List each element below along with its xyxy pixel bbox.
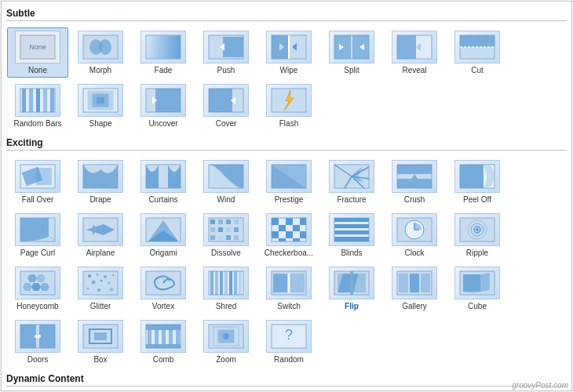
svg-rect-7 (223, 37, 243, 57)
transition-wipe[interactable]: Wipe (258, 27, 319, 78)
transition-peel-off[interactable]: Peel Off (447, 157, 508, 207)
transition-fall-over[interactable]: Fall Over (7, 157, 68, 207)
transitions-panel: Subtle None None Morph Fade (1, 1, 572, 391)
cover-icon (203, 84, 249, 117)
transition-crush[interactable]: Crush (384, 157, 445, 207)
cut-label: Cut (449, 66, 505, 74)
svg-rect-36 (155, 89, 181, 112)
transition-fade[interactable]: Fade (133, 27, 194, 78)
transition-comb[interactable]: Comb (133, 317, 194, 367)
random-bars-label: Random Bars (9, 119, 66, 128)
transition-origami[interactable]: Origami (133, 210, 194, 260)
svg-marker-138 (350, 271, 353, 295)
transition-push[interactable]: Push (195, 27, 257, 78)
transition-box[interactable]: Box (70, 317, 131, 367)
transition-gallery[interactable]: Gallery (384, 263, 445, 314)
svg-rect-126 (220, 271, 223, 295)
transition-shred[interactable]: Shred (195, 263, 257, 314)
svg-rect-132 (273, 274, 287, 292)
transition-vortex[interactable]: Vortex (133, 263, 194, 314)
svg-rect-124 (210, 271, 214, 295)
svg-point-4 (99, 39, 111, 55)
reveal-icon (392, 31, 437, 64)
curtains-icon (141, 160, 186, 193)
gallery-icon (392, 267, 437, 299)
svg-rect-88 (272, 231, 279, 238)
uncover-label: Uncover (135, 119, 192, 128)
honeycomb-icon (15, 267, 60, 299)
peel-off-label: Peel Off (449, 195, 505, 204)
svg-rect-130 (239, 271, 242, 295)
svg-rect-162 (176, 330, 180, 344)
svg-rect-125 (215, 271, 218, 295)
svg-rect-149 (39, 325, 55, 348)
transition-reveal[interactable]: Reveal (384, 27, 445, 78)
clock-label: Clock (386, 249, 443, 257)
transition-morph[interactable]: Morph (70, 27, 131, 78)
transition-wind[interactable]: Wind (195, 157, 257, 207)
transition-page-curl[interactable]: Page Curl (7, 210, 68, 260)
doors-label: Doors (9, 355, 66, 364)
transition-blinds[interactable]: Blinds (321, 210, 382, 260)
transition-dissolve[interactable]: Dissolve (195, 210, 257, 260)
transition-ripple[interactable]: Ripple (447, 210, 508, 260)
flash-icon (266, 84, 312, 117)
transition-doors[interactable]: Doors (7, 317, 68, 367)
transition-flash[interactable]: Flash (258, 81, 319, 131)
svg-rect-23 (460, 35, 495, 47)
cover-label: Cover (198, 119, 254, 128)
svg-rect-140 (399, 274, 408, 292)
comb-icon (141, 320, 186, 353)
transition-none[interactable]: None None (7, 27, 68, 78)
svg-rect-34 (97, 97, 104, 103)
svg-point-150 (35, 335, 38, 338)
svg-rect-39 (209, 89, 232, 112)
peel-off-icon (454, 160, 500, 193)
transition-fracture[interactable]: Fracture (321, 157, 382, 207)
transition-drape[interactable]: Drape (70, 157, 131, 207)
shred-label: Shred (198, 302, 254, 310)
svg-rect-76 (226, 227, 231, 232)
svg-point-116 (92, 281, 96, 285)
transition-cover[interactable]: Cover (195, 81, 257, 131)
zoom-icon (203, 320, 249, 353)
doors-icon (15, 320, 60, 353)
fall-over-label: Fall Over (9, 195, 66, 204)
cube-label: Cube (449, 302, 505, 310)
svg-point-114 (104, 275, 107, 278)
transition-uncover[interactable]: Uncover (133, 81, 194, 131)
svg-rect-87 (293, 225, 300, 231)
transition-cut[interactable]: Cut (447, 27, 508, 78)
transition-airplane[interactable]: Airplane (70, 210, 131, 260)
transition-flip[interactable]: Flip (321, 263, 382, 314)
svg-rect-156 (146, 325, 181, 330)
transition-prestige[interactable]: Prestige (258, 157, 319, 207)
transition-split[interactable]: Split (321, 27, 382, 78)
transition-curtains[interactable]: Curtains (133, 157, 194, 207)
svg-rect-91 (279, 238, 286, 241)
transition-honeycomb[interactable]: Honeycomb (7, 263, 68, 314)
transition-clock[interactable]: Clock (384, 210, 445, 260)
svg-rect-95 (334, 224, 369, 228)
fracture-label: Fracture (323, 195, 380, 204)
svg-point-120 (97, 289, 100, 292)
transition-random[interactable]: ? Random (258, 317, 319, 367)
transition-shape[interactable]: Shape (70, 81, 131, 131)
vortex-label: Vortex (135, 302, 192, 310)
svg-rect-159 (155, 330, 159, 344)
svg-rect-20 (397, 35, 416, 59)
box-label: Box (72, 355, 129, 364)
svg-rect-133 (290, 274, 305, 292)
transition-glitter[interactable]: Glitter (70, 263, 131, 314)
svg-rect-160 (162, 330, 166, 344)
random-icon: ? (266, 320, 312, 353)
transition-checkerboard[interactable]: Checkerboa... (258, 210, 319, 260)
transition-random-bars[interactable]: Random Bars (7, 81, 68, 131)
page-curl-icon (15, 213, 60, 246)
crush-icon (392, 160, 437, 193)
svg-point-115 (112, 274, 115, 277)
transition-cube[interactable]: Cube (447, 263, 508, 314)
transition-switch[interactable]: Switch (258, 263, 319, 314)
transition-zoom[interactable]: Zoom (195, 317, 257, 367)
wind-label: Wind (198, 195, 254, 204)
